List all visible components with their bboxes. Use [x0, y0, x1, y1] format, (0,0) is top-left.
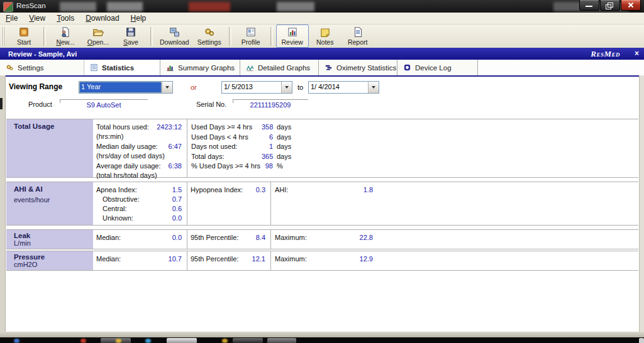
start-button[interactable]: Start	[8, 24, 40, 48]
tab-statistics-label: Statistics	[102, 64, 134, 72]
start-label: Start	[17, 38, 31, 46]
tab-detailed-graphs[interactable]: Detailed Graphs	[240, 60, 319, 75]
from-date-select[interactable]: 1/ 5/2013	[221, 81, 292, 94]
window-right-edge	[639, 75, 644, 337]
taskbar-button[interactable]	[233, 338, 263, 343]
window-title: ResScan	[16, 2, 46, 9]
menu-tools[interactable]: Tools	[51, 13, 80, 23]
stat-label: Central:	[103, 204, 127, 214]
profile-button[interactable]: Profile	[235, 24, 267, 48]
stat-unit: %	[277, 161, 283, 172]
product-label: Product	[28, 101, 52, 108]
oximetry-bars-icon	[325, 63, 333, 72]
stat-value: 1.5	[172, 185, 182, 195]
restore-button[interactable]	[600, 0, 620, 11]
menu-file[interactable]: File	[0, 13, 23, 23]
taskbar-button[interactable]	[267, 338, 296, 343]
menu-bar: File View Tools Download Help	[0, 13, 644, 24]
serial-value: 22111195209	[233, 99, 308, 109]
taskbar-app-icon[interactable]	[145, 339, 151, 343]
open-label: Open...	[87, 38, 109, 46]
stat-value: 6:47	[169, 142, 182, 151]
new-document-icon	[60, 26, 71, 38]
open-folder-icon	[92, 26, 104, 38]
download-button[interactable]: Download	[156, 24, 193, 48]
review-label: Review	[281, 38, 303, 46]
taskbar-app-icon[interactable]	[80, 339, 86, 343]
taskbar-start-icon[interactable]	[14, 339, 19, 343]
menu-help[interactable]: Help	[125, 13, 152, 23]
stat-label: Used Days >= 4 hrs	[191, 122, 262, 133]
or-label: or	[191, 84, 197, 91]
viewing-range-select[interactable]: 1 Year	[79, 81, 173, 94]
chevron-down-icon[interactable]	[368, 82, 379, 93]
stat-label: Unknown:	[103, 214, 133, 223]
open-button[interactable]: Open...	[82, 24, 114, 48]
toolbar-separator	[270, 27, 273, 46]
save-label: Save	[123, 38, 138, 46]
report-button[interactable]: Report	[341, 24, 374, 48]
taskbar-button[interactable]	[167, 338, 197, 343]
window-left-edge	[0, 75, 6, 337]
close-icon	[628, 2, 634, 8]
taskbar-app-icon[interactable]	[116, 339, 121, 343]
taskbar-app-icon[interactable]	[222, 339, 228, 343]
taskbar-show-desktop[interactable]	[639, 338, 644, 343]
tab-settings[interactable]: Settings	[0, 60, 84, 75]
toolbar-separator	[150, 27, 153, 46]
stat-label: Maximum:	[275, 233, 307, 242]
stat-label: Average daily usage:	[96, 161, 161, 171]
tab-oximetry-statistics[interactable]: Oximetry Statistics	[319, 60, 397, 75]
new-button[interactable]: New...	[49, 24, 82, 48]
menu-download[interactable]: Download	[80, 13, 125, 23]
stat-unit: days	[277, 142, 291, 152]
stat-label: Median:	[96, 233, 121, 242]
save-button[interactable]: Save	[114, 24, 147, 48]
toolbar-separator	[43, 27, 46, 46]
pressure-col1: Median:10.7	[93, 251, 187, 270]
notes-button[interactable]: Notes	[309, 24, 341, 48]
settings-button[interactable]: Settings	[193, 24, 226, 48]
product-value: S9 AutoSet	[60, 99, 148, 109]
to-date-select[interactable]: 1/ 4/2014	[308, 81, 379, 94]
device-log-icon	[403, 63, 411, 72]
stat-value: 8.4	[256, 233, 265, 242]
tab-summary-graphs[interactable]: Summary Graphs	[160, 60, 240, 75]
tab-detailed-graphs-label: Detailed Graphs	[258, 64, 310, 72]
stat-value: 0.3	[256, 185, 265, 195]
background-blur	[60, 2, 96, 11]
stat-value: 2423:12	[157, 122, 182, 132]
stat-label: Used Days < 4 hrs	[191, 133, 262, 143]
stat-label: Median:	[96, 254, 121, 264]
menu-view[interactable]: View	[23, 13, 51, 23]
leak-header-cell: Leak L/min	[6, 230, 93, 249]
chevron-down-icon[interactable]	[162, 82, 172, 93]
close-button[interactable]	[621, 0, 641, 11]
review-close-icon[interactable]: ×	[635, 49, 639, 58]
stat-label: Hypopnea Index:	[191, 185, 243, 195]
ahi-col2: Hypopnea Index:0.3	[187, 182, 270, 225]
tab-settings-label: Settings	[18, 64, 44, 72]
resmed-logo: ResMed	[591, 49, 620, 59]
stat-label: Maximum:	[275, 254, 307, 264]
chevron-down-icon[interactable]	[281, 82, 292, 93]
stat-value: 0.6	[172, 204, 182, 214]
minimize-button[interactable]	[579, 0, 599, 11]
tab-statistics[interactable]: Statistics	[84, 60, 160, 75]
window-controls	[579, 0, 641, 11]
total-usage-col1: Total hours used:2423:12 (hrs:min) Media…	[93, 119, 187, 177]
leak-col1: Median:0.0	[93, 230, 187, 249]
tab-device-log[interactable]: Device Log	[397, 60, 478, 75]
stat-label: Median daily usage:	[96, 142, 158, 151]
statistics-page-icon	[90, 63, 98, 72]
stat-label: Days not used:	[191, 142, 262, 152]
bar-chart-icon	[166, 63, 174, 72]
toolbar-drag-handle[interactable]	[1, 27, 5, 46]
screen-artifact	[0, 98, 3, 109]
settings-gear-icon	[6, 63, 14, 72]
viewing-range-value: 1 Year	[79, 82, 162, 93]
resscan-app-icon	[3, 2, 13, 12]
stat-value: 0.0	[172, 214, 182, 223]
report-icon	[352, 26, 364, 38]
review-button[interactable]: Review	[276, 24, 309, 48]
